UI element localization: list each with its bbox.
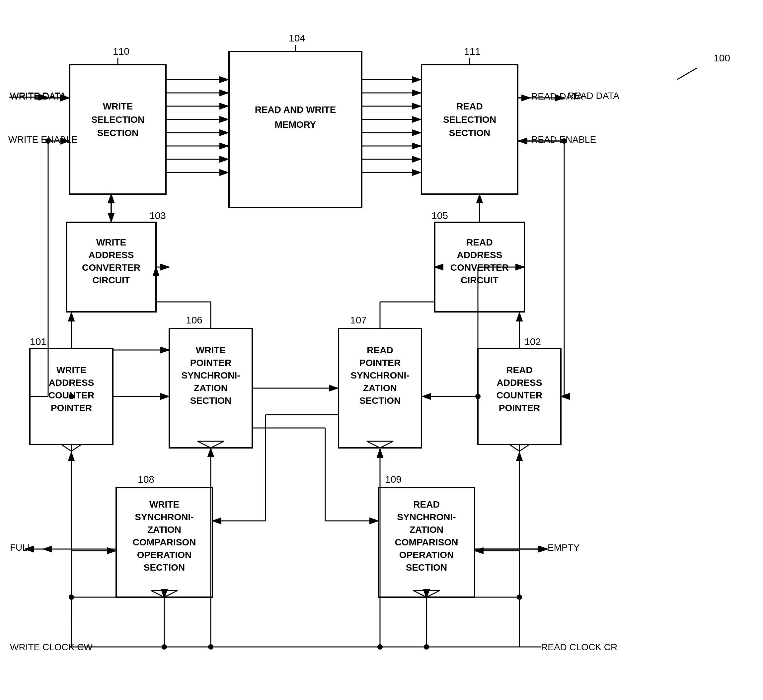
ref-105: 105 [432,210,448,221]
write-selection-label2: SELECTION [91,114,144,125]
read-addr-counter-l3: COUNTER [497,390,542,400]
write-sync-comp-l3: ZATION [147,525,181,535]
svg-line-2 [677,68,697,80]
write-sync-comp-l2: SYNCHRONI- [135,512,194,522]
write-addr-conv-l1: WRITE [96,237,126,247]
ref-109: 109 [385,474,402,485]
empty-label: EMPTY [547,542,580,553]
ref-108: 108 [138,474,154,485]
read-ptr-sync-l2: POINTER [360,358,400,368]
write-clock-junction2 [208,644,213,650]
write-addr-counter-l2: ADDRESS [49,378,94,388]
write-sync-comp-l5: OPERATION [137,550,191,560]
write-addr-conv-l4: CIRCUIT [92,275,130,285]
write-addr-counter-l4: POINTER [51,403,92,413]
read-ptr-sync-l5: SECTION [360,395,400,406]
write-selection-label3: SECTION [97,128,138,138]
write-selection-label: WRITE [103,101,133,111]
read-addr-counter-l2: ADDRESS [497,378,542,388]
write-ptr-sync-l5: SECTION [190,395,231,406]
write-ptr-sync-l1: WRITE [196,345,226,355]
write-addr-counter-junction [69,394,74,399]
read-selection-label: READ [457,101,483,111]
ref-100: 100 [713,52,730,63]
write-ptr-sync-l2: POINTER [190,358,231,368]
read-addr-conv-l1: READ [466,237,493,247]
read-sync-comp-l1: READ [413,499,439,509]
ref-104: 104 [289,33,305,44]
write-ptr-sync-l3: SYNCHRONI- [181,370,240,381]
ref-106: 106 [186,314,202,325]
read-sync-comp-l5: OPERATION [399,550,454,560]
ref-102: 102 [524,336,541,347]
ram-label2: MEMORY [275,119,316,130]
write-data-text: WRITE DATA [10,91,66,101]
read-clock-junction2 [377,644,383,650]
write-addr-conv-l3: CONVERTER [82,262,141,273]
read-addr-counter-l1: READ [506,365,532,375]
read-sync-comp-l3: ZATION [410,525,443,535]
read-ptr-sync-l4: ZATION [363,383,397,393]
write-addr-conv-l2: ADDRESS [89,250,134,260]
read-ptr-sync-l1: READ [367,345,393,355]
read-addr-conv-l2: ADDRESS [457,250,502,260]
ref-101: 101 [30,336,47,347]
ref-103: 103 [149,210,166,221]
ref-107: 107 [350,314,367,325]
write-sync-comp-l6: SECTION [144,562,185,573]
read-addr-conv-l4: CIRCUIT [461,275,499,285]
write-ptr-sync-l4: ZATION [194,383,228,393]
ref-111: 111 [464,46,480,57]
read-ptr-sync-l3: SYNCHRONI- [350,370,409,381]
write-sync-comp-l1: WRITE [149,499,179,509]
read-addr-counter-junction [475,394,480,399]
read-selection-label2: SELECTION [443,114,496,125]
write-enable-label: WRITE ENABLE [8,134,77,145]
write-addr-counter-l1: WRITE [56,365,86,375]
write-sync-comp-l4: COMPARISON [133,537,196,547]
read-clock-label: READ CLOCK CR [541,642,617,652]
read-sync-comp-l6: SECTION [406,562,447,573]
full-label: FULL [10,542,33,553]
read-sync-comp-l4: COMPARISON [395,537,458,547]
read-selection-label3: SECTION [449,128,490,138]
read-data-text: READ DATA [568,91,619,101]
circuit-diagram: 100 WRITE SELECTION SECTION 110 READ AND… [0,0,763,700]
read-addr-counter-l4: POINTER [499,403,540,413]
read-sync-comp-l2: SYNCHRONI- [397,512,456,522]
ram-label1: READ AND WRITE [255,105,336,115]
ref-110: 110 [113,46,130,57]
